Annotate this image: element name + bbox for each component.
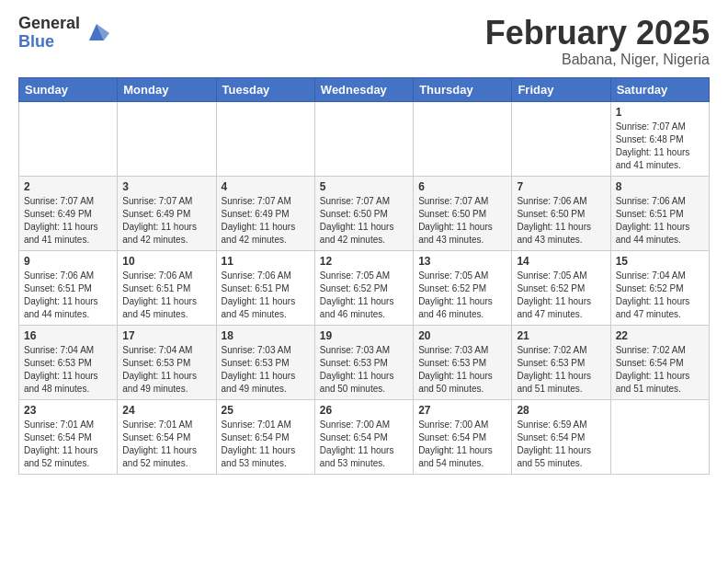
day-number: 23: [24, 404, 112, 417]
calendar-cell: 14Sunrise: 7:05 AM Sunset: 6:52 PM Dayli…: [512, 250, 610, 325]
calendar-cell: 23Sunrise: 7:01 AM Sunset: 6:54 PM Dayli…: [19, 399, 118, 474]
day-number: 26: [320, 404, 408, 417]
day-number: 3: [122, 180, 210, 193]
day-number: 5: [320, 180, 408, 193]
header: General Blue February 2025 Babana, Niger…: [18, 15, 710, 68]
day-info: Sunrise: 7:07 AM Sunset: 6:49 PM Dayligh…: [222, 195, 310, 247]
weekday-header: Thursday: [414, 77, 512, 101]
calendar-cell: 18Sunrise: 7:03 AM Sunset: 6:53 PM Dayli…: [216, 325, 314, 399]
weekday-header: Friday: [512, 77, 610, 101]
day-number: 17: [122, 329, 210, 342]
logo: General Blue: [18, 15, 109, 52]
calendar-table: SundayMondayTuesdayWednesdayThursdayFrid…: [18, 77, 710, 475]
calendar-cell: 15Sunrise: 7:04 AM Sunset: 6:52 PM Dayli…: [610, 250, 709, 325]
day-info: Sunrise: 7:04 AM Sunset: 6:53 PM Dayligh…: [24, 344, 112, 396]
calendar-cell: 25Sunrise: 7:01 AM Sunset: 6:54 PM Dayli…: [216, 399, 314, 474]
day-number: 22: [616, 329, 704, 342]
day-info: Sunrise: 7:05 AM Sunset: 6:52 PM Dayligh…: [517, 270, 605, 321]
weekday-header: Tuesday: [216, 77, 314, 101]
calendar-cell: 28Sunrise: 6:59 AM Sunset: 6:54 PM Dayli…: [512, 399, 610, 474]
calendar-cell: 8Sunrise: 7:06 AM Sunset: 6:51 PM Daylig…: [610, 176, 709, 250]
title-block: February 2025 Babana, Niger, Nigeria: [485, 15, 710, 68]
day-number: 11: [222, 255, 310, 268]
day-info: Sunrise: 7:06 AM Sunset: 6:51 PM Dayligh…: [222, 270, 310, 321]
calendar-cell: 10Sunrise: 7:06 AM Sunset: 6:51 PM Dayli…: [118, 250, 216, 325]
day-info: Sunrise: 7:04 AM Sunset: 6:53 PM Dayligh…: [122, 344, 210, 396]
calendar-cell: [512, 101, 610, 176]
day-info: Sunrise: 6:59 AM Sunset: 6:54 PM Dayligh…: [517, 419, 605, 470]
day-info: Sunrise: 7:04 AM Sunset: 6:52 PM Dayligh…: [616, 270, 704, 321]
calendar-cell: [414, 101, 512, 176]
subtitle: Babana, Niger, Nigeria: [485, 52, 710, 68]
day-info: Sunrise: 7:02 AM Sunset: 6:54 PM Dayligh…: [616, 344, 704, 396]
day-info: Sunrise: 7:00 AM Sunset: 6:54 PM Dayligh…: [320, 419, 408, 470]
day-number: 13: [418, 255, 506, 268]
main-title: February 2025: [485, 15, 710, 52]
day-number: 24: [122, 404, 210, 417]
day-number: 9: [24, 255, 112, 268]
logo-icon: [84, 20, 109, 46]
day-number: 6: [418, 180, 506, 193]
calendar-body: 1Sunrise: 7:07 AM Sunset: 6:48 PM Daylig…: [19, 101, 710, 474]
day-info: Sunrise: 7:03 AM Sunset: 6:53 PM Dayligh…: [222, 344, 310, 396]
day-info: Sunrise: 7:06 AM Sunset: 6:51 PM Dayligh…: [24, 270, 112, 321]
day-info: Sunrise: 7:05 AM Sunset: 6:52 PM Dayligh…: [418, 270, 506, 321]
calendar-cell: 20Sunrise: 7:03 AM Sunset: 6:53 PM Dayli…: [414, 325, 512, 399]
calendar-cell: 1Sunrise: 7:07 AM Sunset: 6:48 PM Daylig…: [610, 101, 709, 176]
calendar-cell: 2Sunrise: 7:07 AM Sunset: 6:49 PM Daylig…: [19, 176, 118, 250]
day-number: 2: [24, 180, 112, 193]
calendar-week-row: 2Sunrise: 7:07 AM Sunset: 6:49 PM Daylig…: [19, 176, 710, 250]
day-number: 25: [222, 404, 310, 417]
calendar-cell: 3Sunrise: 7:07 AM Sunset: 6:49 PM Daylig…: [118, 176, 216, 250]
day-number: 16: [24, 329, 112, 342]
day-number: 19: [320, 329, 408, 342]
calendar-cell: 17Sunrise: 7:04 AM Sunset: 6:53 PM Dayli…: [118, 325, 216, 399]
calendar-cell: 22Sunrise: 7:02 AM Sunset: 6:54 PM Dayli…: [610, 325, 709, 399]
day-info: Sunrise: 7:07 AM Sunset: 6:50 PM Dayligh…: [418, 195, 506, 247]
calendar-cell: 9Sunrise: 7:06 AM Sunset: 6:51 PM Daylig…: [19, 250, 118, 325]
weekday-header: Wednesday: [314, 77, 413, 101]
calendar-cell: 16Sunrise: 7:04 AM Sunset: 6:53 PM Dayli…: [19, 325, 118, 399]
day-info: Sunrise: 7:01 AM Sunset: 6:54 PM Dayligh…: [24, 419, 112, 470]
calendar-week-row: 1Sunrise: 7:07 AM Sunset: 6:48 PM Daylig…: [19, 101, 710, 176]
weekday-header: Saturday: [610, 77, 709, 101]
day-info: Sunrise: 7:06 AM Sunset: 6:50 PM Dayligh…: [517, 195, 605, 247]
calendar-cell: 27Sunrise: 7:00 AM Sunset: 6:54 PM Dayli…: [414, 399, 512, 474]
calendar-cell: [118, 101, 216, 176]
day-info: Sunrise: 7:07 AM Sunset: 6:50 PM Dayligh…: [320, 195, 408, 247]
day-number: 12: [320, 255, 408, 268]
calendar-week-row: 23Sunrise: 7:01 AM Sunset: 6:54 PM Dayli…: [19, 399, 710, 474]
calendar-cell: 4Sunrise: 7:07 AM Sunset: 6:49 PM Daylig…: [216, 176, 314, 250]
calendar-cell: 13Sunrise: 7:05 AM Sunset: 6:52 PM Dayli…: [414, 250, 512, 325]
day-info: Sunrise: 7:01 AM Sunset: 6:54 PM Dayligh…: [222, 419, 310, 470]
day-info: Sunrise: 7:07 AM Sunset: 6:49 PM Dayligh…: [24, 195, 112, 247]
calendar-cell: 5Sunrise: 7:07 AM Sunset: 6:50 PM Daylig…: [314, 176, 413, 250]
calendar-cell: 6Sunrise: 7:07 AM Sunset: 6:50 PM Daylig…: [414, 176, 512, 250]
day-info: Sunrise: 7:03 AM Sunset: 6:53 PM Dayligh…: [418, 344, 506, 396]
calendar-cell: 7Sunrise: 7:06 AM Sunset: 6:50 PM Daylig…: [512, 176, 610, 250]
calendar-cell: 12Sunrise: 7:05 AM Sunset: 6:52 PM Dayli…: [314, 250, 413, 325]
calendar-week-row: 9Sunrise: 7:06 AM Sunset: 6:51 PM Daylig…: [19, 250, 710, 325]
calendar-header: SundayMondayTuesdayWednesdayThursdayFrid…: [19, 77, 710, 101]
calendar-week-row: 16Sunrise: 7:04 AM Sunset: 6:53 PM Dayli…: [19, 325, 710, 399]
day-number: 1: [616, 106, 704, 119]
day-info: Sunrise: 7:06 AM Sunset: 6:51 PM Dayligh…: [122, 270, 210, 321]
day-number: 21: [517, 329, 605, 342]
day-number: 20: [418, 329, 506, 342]
logo-blue: Blue: [18, 33, 80, 52]
day-number: 18: [222, 329, 310, 342]
calendar-cell: 21Sunrise: 7:02 AM Sunset: 6:53 PM Dayli…: [512, 325, 610, 399]
day-number: 14: [517, 255, 605, 268]
logo-general: General: [18, 15, 80, 33]
page: General Blue February 2025 Babana, Niger…: [0, 0, 728, 493]
calendar-cell: [314, 101, 413, 176]
day-info: Sunrise: 7:03 AM Sunset: 6:53 PM Dayligh…: [320, 344, 408, 396]
calendar-cell: [19, 101, 118, 176]
weekday-header: Sunday: [19, 77, 118, 101]
calendar-cell: [610, 399, 709, 474]
logo-text: General Blue: [18, 15, 80, 52]
weekday-header: Monday: [118, 77, 216, 101]
day-info: Sunrise: 7:07 AM Sunset: 6:48 PM Dayligh…: [616, 121, 704, 172]
calendar-cell: 11Sunrise: 7:06 AM Sunset: 6:51 PM Dayli…: [216, 250, 314, 325]
day-info: Sunrise: 7:07 AM Sunset: 6:49 PM Dayligh…: [122, 195, 210, 247]
